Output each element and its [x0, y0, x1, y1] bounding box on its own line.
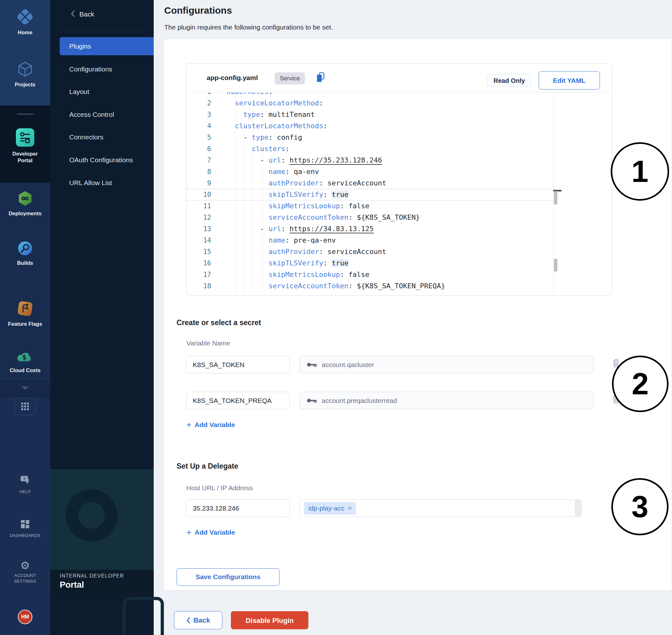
sidebar-item-connectors[interactable]: Connectors [60, 128, 154, 146]
code-line-6: 6 clusters: [187, 143, 553, 155]
sidebar-item-configurations[interactable]: Configurations [60, 60, 154, 78]
code-line-11: 11 skipMetricsLookup: false [187, 200, 553, 212]
delegate-heading: Set Up a Delegate [177, 462, 238, 470]
sidebar-item-label: HELP [5, 489, 45, 495]
cloud-costs-icon: $ [16, 350, 34, 365]
sidebar-item-dashboards[interactable]: DASHBOARDS [0, 520, 50, 539]
sidebar-item-url-allow-list[interactable]: URL Allow List [60, 174, 154, 192]
chevron-down-icon [21, 387, 29, 390]
editor-scrollbar-track [553, 92, 554, 295]
editor-scrollbar-thumb[interactable] [554, 259, 557, 271]
apps-grid-tile [14, 398, 36, 415]
chevron-left-icon [70, 10, 75, 18]
plus-icon: + [187, 422, 192, 428]
copy-icon[interactable] [316, 72, 326, 85]
annotation-circle-1: 1 [611, 142, 669, 201]
tag-label: idp-play-acc [308, 504, 344, 512]
secrets-heading: Create or select a secret [177, 319, 261, 327]
module-section-bottom [0, 398, 50, 635]
sidebar-item-deployments[interactable]: Deployments [0, 191, 50, 217]
input-endcap [575, 500, 581, 517]
sidebar-item-builds[interactable]: Builds [0, 241, 50, 266]
annotation-circle-3: 3 [611, 478, 669, 535]
host-url-input[interactable] [186, 499, 290, 517]
code-line-2: 2 serviceLocatorMethod: [187, 97, 553, 109]
sidebar-item-developer-portal[interactable]: Developer Portal [0, 128, 50, 164]
key-icon [307, 397, 317, 403]
configurations-card: 1kubernetes:2 serviceLocatorMethod:3 typ… [164, 39, 672, 591]
sidebar-item-home[interactable]: Home [0, 8, 50, 36]
back-link[interactable]: Back [70, 10, 94, 18]
page-title: Configurations [164, 5, 232, 16]
code-lines[interactable]: 1kubernetes:2 serviceLocatorMethod:3 typ… [187, 86, 553, 292]
builds-icon [18, 241, 33, 257]
read-only-badge: Read Only [487, 74, 531, 87]
edit-yaml-button[interactable]: Edit YAML [539, 71, 600, 90]
back-button[interactable]: Back [174, 611, 222, 629]
developer-portal-icon [16, 128, 34, 148]
sidebar-item-access-control[interactable]: Access Control [60, 105, 154, 124]
user-avatar-button[interactable]: HM [0, 610, 50, 624]
save-configurations-button[interactable]: Save Configurations [177, 568, 280, 586]
add-secret-variable-link[interactable]: + Add Variable [187, 421, 235, 429]
secret-row: account.preqaclusterread [186, 392, 618, 409]
host-url-label: Host URL / IP Address [187, 484, 253, 492]
code-line-17: 17 skipMetricsLookup: false [187, 269, 553, 280]
service-badge: Service [275, 72, 305, 85]
code-line-5: 5 - type: config [187, 132, 553, 143]
key-icon [307, 362, 317, 368]
footer-kicker: INTERNAL DEVELOPER [60, 573, 124, 579]
secret-value: account.preqaclusterread [322, 397, 397, 404]
add-delegate-variable-link[interactable]: + Add Variable [187, 529, 235, 536]
module-collapse-row[interactable] [0, 379, 50, 398]
plus-icon: + [187, 529, 192, 536]
decorative-ring [65, 489, 117, 541]
module-sidebar: Home Projects Developer Portal Deploymen… [0, 0, 50, 635]
code-line-18: 18 serviceAccountToken: ${K8S_SA_TOKEN_P… [187, 280, 553, 292]
sidebar-item-account-settings[interactable]: ⚙ ACCOUNT SETTINGS [0, 561, 50, 584]
sidebar-item-feature-flags[interactable]: Feature Flags [0, 300, 50, 327]
sidebar-divider [60, 32, 144, 32]
sidebar-item-label: Projects [5, 81, 45, 88]
variable-name-input[interactable] [186, 392, 290, 409]
code-line-12: 12 serviceAccountToken: ${K8S_SA_TOKEN} [187, 212, 553, 223]
sidebar-item-plugins[interactable]: Plugins [60, 37, 154, 55]
chevron-left-icon [186, 617, 190, 623]
dashboards-icon [20, 520, 30, 530]
help-icon: ? [20, 475, 30, 486]
sidebar-item-label: Builds [5, 260, 45, 266]
delegate-tags-input[interactable]: idp-play-acc✕ [300, 499, 582, 517]
remove-tag-icon[interactable]: ✕ [347, 505, 352, 512]
apps-grid-button[interactable] [0, 398, 50, 415]
plugin-sidebar: Back PluginsConfigurationsLayoutAccess C… [50, 0, 154, 635]
gear-icon: ⚙ [20, 561, 30, 570]
variable-name-input[interactable] [186, 356, 290, 373]
code-line-14: 14 name: pre-qa-env [187, 235, 553, 246]
back-button-label: Back [193, 616, 210, 625]
svg-text:?: ? [23, 477, 26, 481]
disable-plugin-button[interactable]: Disable Plugin [231, 611, 308, 629]
sidebar-item-label: DASHBOARDS [5, 533, 45, 539]
sidebar-item-oauth-configurations[interactable]: OAuth Configurations [60, 151, 154, 169]
code-line-15: 15 authProvider: serviceAccount [187, 246, 553, 258]
avatar: HM [18, 610, 32, 624]
yaml-editor-card: 1kubernetes:2 serviceLocatorMethod:3 typ… [186, 63, 612, 295]
sidebar-item-label: Developer Portal [5, 151, 45, 164]
annotation-circle-2: 2 [612, 356, 669, 412]
sidebar-item-label: Cloud Costs [5, 367, 45, 374]
sidebar-footer: INTERNAL DEVELOPER Portal [50, 570, 154, 594]
code-line-13: 13 - url: https://34.83.13.125 [187, 223, 553, 235]
sidebar-item-projects[interactable]: Projects [0, 61, 50, 88]
sidebar-item-cloud-costs[interactable]: $ Cloud Costs [0, 350, 50, 374]
secret-select[interactable]: account.qacluster [300, 356, 594, 373]
sidebar-divider [17, 114, 33, 115]
editor-scrollbar-thumb[interactable] [554, 191, 557, 204]
sidebar-item-help[interactable]: ? HELP [0, 475, 50, 495]
editor-header: app-config.yaml Service Read Only Edit Y… [187, 64, 612, 92]
sidebar-item-label: ACCOUNT SETTINGS [5, 573, 45, 584]
back-label: Back [80, 10, 94, 18]
deployments-icon [17, 191, 33, 207]
code-line-8: 8 name: qa-env [187, 166, 553, 177]
sidebar-item-layout[interactable]: Layout [60, 83, 154, 101]
secret-select[interactable]: account.preqaclusterread [300, 392, 594, 409]
